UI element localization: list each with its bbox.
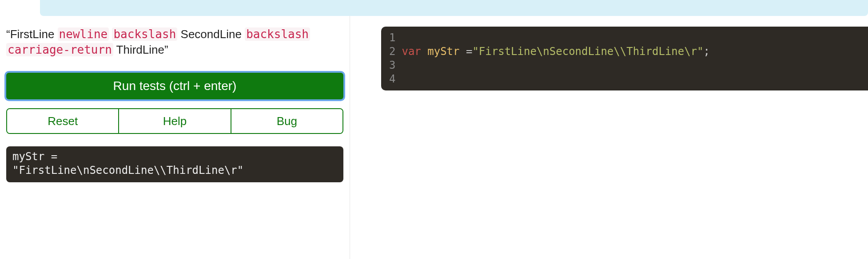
quote-close: ” <box>164 43 168 56</box>
help-button[interactable]: Help <box>118 109 230 133</box>
code-editor[interactable]: 1 2 3 4 var myStr ="FirstLine\nSecondLin… <box>381 27 868 90</box>
info-banner <box>40 0 868 16</box>
code-line[interactable] <box>402 72 710 86</box>
code-line[interactable] <box>402 59 710 72</box>
line-number: 1 <box>389 31 395 45</box>
left-panel: “FirstLine newline backslash SecondLine … <box>0 16 350 259</box>
code-carriage-return: carriage-return <box>6 43 113 56</box>
token-operator: = <box>460 45 473 58</box>
quote-open: “ <box>6 27 10 41</box>
token-variable: myStr <box>427 45 459 58</box>
code-backslash: backslash <box>112 27 177 41</box>
code-line[interactable]: var myStr ="FirstLine\nSecondLine\\Third… <box>402 45 710 59</box>
secondary-button-row: Reset Help Bug <box>6 108 343 134</box>
bug-button[interactable]: Bug <box>231 109 342 133</box>
line-number: 2 <box>389 45 395 59</box>
token-string: "FirstLine\nSecondLine\\ThirdLine\r" <box>472 45 703 58</box>
code-newline: newline <box>58 27 109 41</box>
token-semicolon: ; <box>704 45 710 58</box>
text-firstline: FirstLine <box>10 27 55 41</box>
instruction-text: “FirstLine newline backslash SecondLine … <box>6 27 343 58</box>
main-container: “FirstLine newline backslash SecondLine … <box>0 16 868 259</box>
right-panel: 1 2 3 4 var myStr ="FirstLine\nSecondLin… <box>350 16 868 259</box>
text-secondline: SecondLine <box>181 27 242 41</box>
editor-gutter: 1 2 3 4 <box>381 31 402 86</box>
line-number: 3 <box>389 59 395 72</box>
code-backslash-2: backslash <box>245 27 310 41</box>
editor-lines[interactable]: var myStr ="FirstLine\nSecondLine\\Third… <box>402 31 710 86</box>
code-line[interactable] <box>402 31 710 45</box>
reset-button[interactable]: Reset <box>7 109 118 133</box>
token-keyword: var <box>402 45 421 58</box>
text-thirdline: ThirdLine <box>116 43 164 56</box>
output-console: myStr = "FirstLine\nSecondLine\\ThirdLin… <box>6 146 343 182</box>
line-number: 4 <box>389 72 395 86</box>
run-tests-button[interactable]: Run tests (ctrl + enter) <box>6 73 343 99</box>
